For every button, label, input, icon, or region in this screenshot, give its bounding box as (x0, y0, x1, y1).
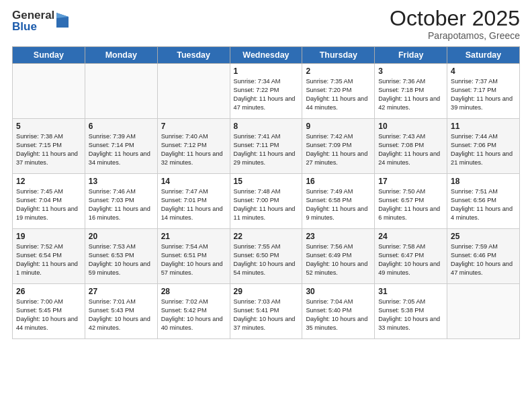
day-cell: 11Sunrise: 7:44 AM Sunset: 7:06 PM Dayli… (447, 119, 520, 174)
day-cell: 25Sunrise: 7:59 AM Sunset: 6:46 PM Dayli… (447, 229, 520, 284)
day-number: 19 (16, 232, 81, 241)
day-number: 21 (161, 232, 226, 241)
day-cell: 26Sunrise: 7:00 AM Sunset: 5:45 PM Dayli… (13, 284, 85, 339)
day-number: 20 (89, 232, 154, 241)
day-info: Sunrise: 7:43 AM Sunset: 7:08 PM Dayligh… (378, 132, 443, 167)
day-cell: 27Sunrise: 7:01 AM Sunset: 5:43 PM Dayli… (85, 284, 157, 339)
day-info: Sunrise: 7:58 AM Sunset: 6:47 PM Dayligh… (378, 242, 443, 277)
day-info: Sunrise: 7:37 AM Sunset: 7:17 PM Dayligh… (451, 77, 516, 112)
day-cell (157, 64, 230, 119)
day-info: Sunrise: 7:05 AM Sunset: 5:38 PM Dayligh… (378, 298, 443, 332)
day-number: 6 (89, 122, 154, 131)
day-cell: 14Sunrise: 7:47 AM Sunset: 7:01 PM Dayli… (157, 174, 230, 229)
col-header-monday: Monday (85, 47, 157, 64)
day-cell: 17Sunrise: 7:50 AM Sunset: 6:57 PM Dayli… (375, 174, 447, 229)
day-number: 4 (451, 66, 516, 76)
col-header-wednesday: Wednesday (230, 47, 302, 64)
day-cell: 20Sunrise: 7:53 AM Sunset: 6:53 PM Dayli… (85, 229, 157, 284)
day-info: Sunrise: 7:00 AM Sunset: 5:45 PM Dayligh… (16, 298, 81, 332)
day-number: 15 (234, 177, 299, 186)
day-info: Sunrise: 7:44 AM Sunset: 7:06 PM Dayligh… (451, 132, 516, 167)
day-cell: 3Sunrise: 7:36 AM Sunset: 7:18 PM Daylig… (375, 64, 447, 119)
day-number: 31 (378, 287, 443, 296)
logo-blue: Blue (12, 21, 54, 32)
day-number: 16 (306, 177, 371, 186)
day-number: 7 (161, 122, 226, 131)
day-cell: 4Sunrise: 7:37 AM Sunset: 7:17 PM Daylig… (447, 64, 520, 119)
day-number: 9 (306, 122, 371, 131)
title-block: October 2025 Parapotamos, Greece (390, 7, 520, 41)
day-cell: 23Sunrise: 7:56 AM Sunset: 6:49 PM Dayli… (302, 229, 375, 284)
day-number: 3 (378, 66, 443, 76)
day-cell: 16Sunrise: 7:49 AM Sunset: 6:58 PM Dayli… (302, 174, 375, 229)
day-cell: 19Sunrise: 7:52 AM Sunset: 6:54 PM Dayli… (13, 229, 85, 284)
day-cell: 9Sunrise: 7:42 AM Sunset: 7:09 PM Daylig… (302, 119, 375, 174)
week-row-4: 19Sunrise: 7:52 AM Sunset: 6:54 PM Dayli… (13, 229, 520, 284)
day-info: Sunrise: 7:56 AM Sunset: 6:49 PM Dayligh… (306, 242, 371, 277)
location-subtitle: Parapotamos, Greece (390, 30, 520, 41)
day-info: Sunrise: 7:52 AM Sunset: 6:54 PM Dayligh… (16, 242, 81, 277)
day-cell: 15Sunrise: 7:48 AM Sunset: 7:00 PM Dayli… (230, 174, 302, 229)
day-number: 30 (306, 287, 371, 296)
day-number: 24 (378, 232, 443, 241)
header: General Blue October 2025 Parapotamos, G… (12, 7, 520, 41)
day-number: 5 (16, 122, 81, 131)
day-cell: 8Sunrise: 7:41 AM Sunset: 7:11 PM Daylig… (230, 119, 302, 174)
day-cell: 6Sunrise: 7:39 AM Sunset: 7:14 PM Daylig… (85, 119, 157, 174)
day-cell: 18Sunrise: 7:51 AM Sunset: 6:56 PM Dayli… (447, 174, 520, 229)
day-number: 14 (161, 177, 226, 186)
day-cell: 31Sunrise: 7:05 AM Sunset: 5:38 PM Dayli… (375, 284, 447, 339)
day-number: 25 (451, 232, 516, 241)
header-row: SundayMondayTuesdayWednesdayThursdayFrid… (13, 47, 520, 64)
col-header-tuesday: Tuesday (157, 47, 230, 64)
day-info: Sunrise: 7:59 AM Sunset: 6:46 PM Dayligh… (451, 242, 516, 277)
logo-general: General (12, 9, 54, 21)
calendar-page: General Blue October 2025 Parapotamos, G… (0, 0, 532, 411)
day-cell: 22Sunrise: 7:55 AM Sunset: 6:50 PM Dayli… (230, 229, 302, 284)
day-info: Sunrise: 7:50 AM Sunset: 6:57 PM Dayligh… (378, 187, 443, 222)
day-info: Sunrise: 7:45 AM Sunset: 7:04 PM Dayligh… (16, 187, 81, 222)
day-cell (85, 64, 157, 119)
day-info: Sunrise: 7:39 AM Sunset: 7:14 PM Dayligh… (89, 132, 154, 167)
day-number: 26 (16, 287, 81, 296)
day-cell: 10Sunrise: 7:43 AM Sunset: 7:08 PM Dayli… (375, 119, 447, 174)
day-info: Sunrise: 7:51 AM Sunset: 6:56 PM Dayligh… (451, 187, 516, 222)
day-info: Sunrise: 7:35 AM Sunset: 7:20 PM Dayligh… (306, 77, 371, 112)
day-info: Sunrise: 7:40 AM Sunset: 7:12 PM Dayligh… (161, 132, 226, 167)
day-info: Sunrise: 7:54 AM Sunset: 6:51 PM Dayligh… (161, 242, 226, 277)
day-number: 17 (378, 177, 443, 186)
day-cell: 30Sunrise: 7:04 AM Sunset: 5:40 PM Dayli… (302, 284, 375, 339)
day-info: Sunrise: 7:55 AM Sunset: 6:50 PM Dayligh… (234, 242, 299, 277)
day-number: 22 (234, 232, 299, 241)
col-header-sunday: Sunday (13, 47, 85, 64)
day-info: Sunrise: 7:53 AM Sunset: 6:53 PM Dayligh… (89, 242, 154, 277)
day-cell: 28Sunrise: 7:02 AM Sunset: 5:42 PM Dayli… (157, 284, 230, 339)
day-info: Sunrise: 7:49 AM Sunset: 6:58 PM Dayligh… (306, 187, 371, 222)
logo: General Blue (12, 9, 69, 32)
week-row-1: 1Sunrise: 7:34 AM Sunset: 7:22 PM Daylig… (13, 64, 520, 119)
day-number: 11 (451, 122, 516, 131)
day-number: 29 (234, 287, 299, 296)
day-number: 23 (306, 232, 371, 241)
day-info: Sunrise: 7:48 AM Sunset: 7:00 PM Dayligh… (234, 187, 299, 222)
day-cell (13, 64, 85, 119)
day-info: Sunrise: 7:46 AM Sunset: 7:03 PM Dayligh… (89, 187, 154, 222)
day-number: 10 (378, 122, 443, 131)
day-number: 12 (16, 177, 81, 186)
col-header-saturday: Saturday (447, 47, 520, 64)
day-info: Sunrise: 7:41 AM Sunset: 7:11 PM Dayligh… (234, 132, 299, 167)
day-info: Sunrise: 7:02 AM Sunset: 5:42 PM Dayligh… (161, 298, 226, 332)
logo-icon (56, 13, 69, 28)
month-title: October 2025 (390, 7, 520, 30)
week-row-3: 12Sunrise: 7:45 AM Sunset: 7:04 PM Dayli… (13, 174, 520, 229)
day-number: 13 (89, 177, 154, 186)
day-info: Sunrise: 7:01 AM Sunset: 5:43 PM Dayligh… (89, 298, 154, 332)
day-number: 1 (234, 66, 299, 76)
day-info: Sunrise: 7:38 AM Sunset: 7:15 PM Dayligh… (16, 132, 81, 167)
day-cell: 7Sunrise: 7:40 AM Sunset: 7:12 PM Daylig… (157, 119, 230, 174)
day-info: Sunrise: 7:47 AM Sunset: 7:01 PM Dayligh… (161, 187, 226, 222)
day-number: 18 (451, 177, 516, 186)
day-info: Sunrise: 7:03 AM Sunset: 5:41 PM Dayligh… (234, 298, 299, 332)
day-cell: 24Sunrise: 7:58 AM Sunset: 6:47 PM Dayli… (375, 229, 447, 284)
day-cell: 29Sunrise: 7:03 AM Sunset: 5:41 PM Dayli… (230, 284, 302, 339)
